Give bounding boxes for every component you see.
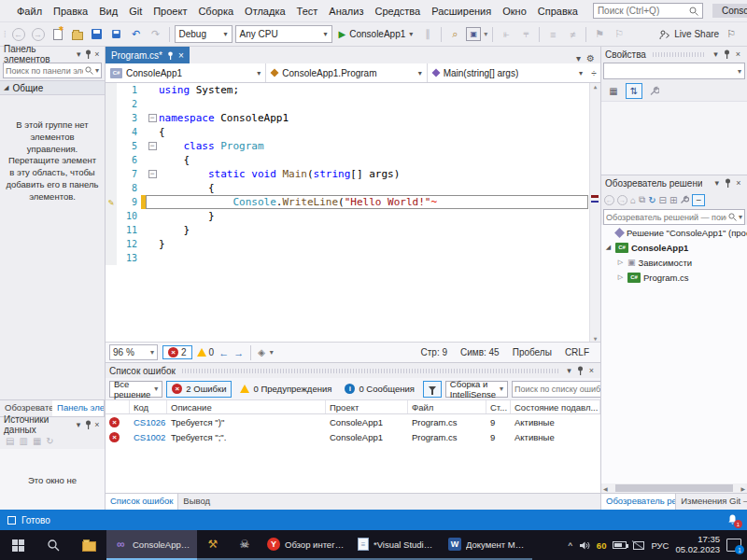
find-in-files-icon[interactable]: ⌕ <box>446 26 463 43</box>
clock[interactable]: 17:35 05.02.2023 <box>675 535 720 555</box>
menu-item[interactable]: Git <box>123 4 148 19</box>
editor-vertical-scrollbar[interactable]: ▲ ▼ <box>589 83 600 342</box>
code-line[interactable]: 3–namespace ConsoleApp1 <box>106 111 600 125</box>
code-line[interactable]: 11 } <box>106 223 600 237</box>
close-icon[interactable]: × <box>178 50 184 61</box>
scope-dropdown[interactable]: Все решение▾ <box>109 381 162 398</box>
code-line[interactable]: 7– static void Main(string[] args) <box>106 167 600 181</box>
redo-button[interactable]: ↷ <box>148 26 164 43</box>
start-button[interactable] <box>0 530 35 560</box>
horizontal-scrollbar[interactable]: ◀▶ <box>603 483 745 493</box>
live-share-button[interactable]: Live Share <box>659 29 719 40</box>
zoom-level-dropdown[interactable]: 96 %▾ <box>109 344 158 360</box>
column-indicator[interactable]: Симв: 45 <box>460 347 500 357</box>
chevron-down-icon[interactable]: ▾ <box>576 53 581 63</box>
tree-item[interactable]: ▷▣Зависимости <box>601 255 747 270</box>
comment-icon[interactable]: ≡ <box>544 26 561 43</box>
error-list-tab[interactable]: Список ошибок <box>106 494 178 510</box>
alphabetical-view-icon[interactable]: ⇅ <box>626 83 642 99</box>
collapse-region-icon[interactable]: – <box>148 114 157 122</box>
chevron-down-icon[interactable]: ▾ <box>564 366 574 375</box>
menu-item[interactable]: Файл <box>11 4 48 19</box>
code-line[interactable]: 5– class Program <box>106 139 600 153</box>
column-header[interactable]: Ст... <box>486 400 511 413</box>
chevron-down-icon[interactable]: ▾ <box>95 66 99 75</box>
menu-item[interactable]: Окно <box>497 4 532 19</box>
filter-button[interactable] <box>423 381 442 398</box>
error-list-search-input[interactable] <box>514 385 603 394</box>
taskbar-app-yandex-browser[interactable]: YОбзор интегриров... <box>261 530 351 560</box>
configuration-dropdown[interactable]: Debug▾ <box>175 25 233 43</box>
error-code-cell[interactable]: CS1026 <box>130 417 167 427</box>
chevron-down-icon[interactable]: ▾ <box>270 348 274 357</box>
next-bookmark-icon[interactable]: ⚐ <box>611 26 627 43</box>
tray-chevron-up-icon[interactable]: ^ <box>568 540 571 551</box>
refresh-icon[interactable]: ↻ <box>648 195 655 205</box>
errors-filter-button[interactable]: ×2 Ошибки <box>166 381 232 398</box>
code-line[interactable]: 13 <box>106 251 600 265</box>
next-issue-button[interactable]: → <box>233 347 244 358</box>
add-data-source-icon[interactable]: ▤ <box>6 436 14 446</box>
home-icon[interactable]: ⌂ <box>630 195 636 205</box>
configure-icon[interactable]: ▦ <box>33 436 41 446</box>
project-badge[interactable]: ConsoleApp1 <box>712 4 747 18</box>
navigate-forward-icon[interactable]: → <box>30 26 47 43</box>
collapse-region-icon[interactable]: – <box>148 170 157 178</box>
platform-dropdown[interactable]: Any CPU▾ <box>235 25 332 43</box>
collapse-region-icon[interactable]: – <box>148 142 157 150</box>
pin-icon[interactable] <box>167 51 174 60</box>
menu-item[interactable]: Тест <box>291 4 324 19</box>
taskbar-app-notepad[interactable]: ≡*Visual Studio.txt - ... <box>351 530 442 560</box>
chevron-down-icon[interactable]: ▾ <box>711 49 721 59</box>
warning-count-button[interactable]: 0 <box>197 347 215 357</box>
new-file-button[interactable] <box>49 26 66 43</box>
document-tab-programcs[interactable]: Program.cs* × <box>106 47 190 63</box>
chevron-down-icon[interactable]: ▾ <box>75 420 82 429</box>
pin-icon[interactable] <box>725 178 731 188</box>
tree-expander-collapsed-icon[interactable]: ▷ <box>616 259 625 266</box>
menu-item[interactable]: Сборка <box>192 4 239 19</box>
switch-views-icon[interactable]: ⧉ <box>639 194 645 205</box>
properties-object-dropdown[interactable]: ▾ <box>603 63 745 79</box>
warnings-filter-button[interactable]: 0 Предупреждения <box>235 381 336 398</box>
close-icon[interactable]: × <box>586 366 597 375</box>
wrench-icon[interactable] <box>680 195 689 204</box>
save-all-button[interactable] <box>108 26 125 43</box>
taskbar-app-skull-game[interactable]: ☠ <box>229 530 261 560</box>
indent-icon[interactable]: ⫦ <box>498 26 514 43</box>
right-dock-tab[interactable]: Обозреватель реше... <box>601 494 676 510</box>
forward-icon[interactable]: → <box>617 195 627 205</box>
tree-expander-collapsed-icon[interactable]: ▷ <box>616 273 625 281</box>
wrench-icon[interactable] <box>649 86 659 96</box>
scrollbar-thumb[interactable] <box>615 484 734 492</box>
close-icon[interactable]: × <box>734 178 743 188</box>
pin-icon[interactable] <box>85 49 90 59</box>
chevron-down-icon[interactable]: ▾ <box>739 213 742 221</box>
code-line[interactable]: 8 { <box>106 181 600 195</box>
quick-search-input[interactable] <box>598 6 689 16</box>
quick-search-box[interactable] <box>593 3 703 19</box>
save-button[interactable] <box>89 26 106 43</box>
speaker-icon[interactable] <box>579 540 590 551</box>
type-dropdown[interactable]: ConsoleApp1.Program ▾ <box>266 63 427 82</box>
toolbox-search-input[interactable] <box>6 66 83 76</box>
fold-toggle[interactable]: – <box>146 111 159 125</box>
battery-percent-indicator[interactable]: 60 <box>597 540 607 551</box>
code-editor[interactable]: 1using System;23–namespace ConsoleApp14{… <box>106 83 600 342</box>
fold-toggle[interactable]: – <box>146 139 159 153</box>
gear-icon[interactable]: ⚙ <box>586 53 595 63</box>
column-header[interactable] <box>106 400 130 413</box>
column-header[interactable]: Проект <box>326 400 408 413</box>
taskbar-app-word[interactable]: WДокумент Microso... <box>442 530 532 560</box>
tree-item[interactable]: ◢C#ConsoleApp1 <box>601 240 747 255</box>
code-health-icon[interactable]: ◈ <box>258 347 265 357</box>
toolbox-title-bar[interactable]: Панель элементов ▾ × <box>0 47 105 62</box>
toolbox-section-general[interactable]: ◢ Общие <box>0 80 105 95</box>
column-header[interactable]: Состояние подавл... <box>511 400 600 413</box>
fold-toggle[interactable]: – <box>146 167 159 181</box>
menu-item[interactable]: Правка <box>48 4 93 19</box>
solution-explorer-search-input[interactable] <box>606 213 726 222</box>
close-icon[interactable]: × <box>93 420 101 429</box>
pin-icon[interactable] <box>85 420 90 429</box>
code-line[interactable]: 10 } <box>106 209 600 223</box>
